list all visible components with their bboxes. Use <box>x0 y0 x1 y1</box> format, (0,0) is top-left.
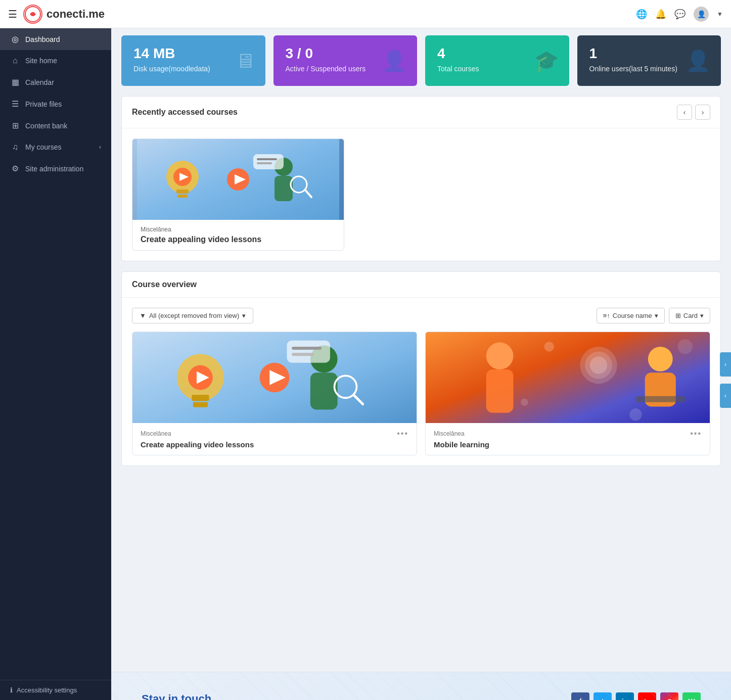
footer-stay-in-touch: Stay in touch <box>142 692 247 700</box>
twitter-button[interactable]: t <box>593 692 612 700</box>
course-thumb-0 <box>132 332 417 423</box>
course-card-0[interactable]: Miscelânea ••• Create appealing video le… <box>132 332 417 455</box>
course-card-1[interactable]: Miscelânea ••• Mobile learning <box>425 332 710 455</box>
filter-button[interactable]: ▼ All (except removed from view) ▾ <box>132 308 253 323</box>
svg-rect-4 <box>176 190 189 194</box>
svg-rect-27 <box>287 341 330 363</box>
disk-icon: 🖥 <box>235 50 255 72</box>
svg-rect-34 <box>486 369 514 413</box>
courses-grid: Miscelânea ••• Create appealing video le… <box>132 332 710 455</box>
messages-icon[interactable]: 💬 <box>674 9 686 20</box>
youtube-button[interactable]: ▶ <box>638 692 656 700</box>
user-menu-arrow[interactable]: ▼ <box>717 11 723 18</box>
sidebar-item-calendar[interactable]: ▦ Calendar <box>0 71 111 93</box>
sort-label: Course name <box>613 312 652 319</box>
courses-icon: ♫ <box>10 143 20 152</box>
course-thumb-1 <box>426 332 710 423</box>
facebook-button[interactable]: f <box>571 692 589 700</box>
stat-card-users[interactable]: 3 / 0 Active / Suspended users 👤 <box>273 35 418 86</box>
course-overview-header: Course overview <box>122 272 720 298</box>
course-card-menu-0[interactable]: ••• <box>397 429 408 438</box>
svg-point-1 <box>31 12 35 16</box>
svg-point-38 <box>648 347 673 371</box>
site-logo: conecti.me <box>23 5 105 24</box>
svg-rect-40 <box>635 396 685 402</box>
svg-rect-5 <box>177 195 188 198</box>
footer-right: f t in ▶ ◎ W 🗃 Data retention summary Pu… <box>571 692 701 700</box>
accessibility-settings[interactable]: ℹ Accessibility settings <box>0 680 111 700</box>
hamburger-menu[interactable]: ☰ <box>8 8 17 20</box>
sort-button[interactable]: ≡↑ Course name ▾ <box>597 308 665 323</box>
sidebar-item-private-files[interactable]: ☰ Private files <box>0 93 111 115</box>
stat-card-disk-usage[interactable]: 14 MB Disk usage(moodledata) 🖥 <box>121 35 265 86</box>
recently-accessed-title: Recently accessed courses <box>132 108 238 117</box>
course-card-category-0: Miscelânea <box>141 430 171 437</box>
recently-course-category: Miscelânea <box>141 226 336 233</box>
svg-rect-20 <box>193 402 208 407</box>
sidebar-label-my-courses: My courses <box>25 143 94 151</box>
content-bank-icon: ⊞ <box>10 121 20 130</box>
svg-point-44 <box>677 339 692 354</box>
sidebar-item-dashboard[interactable]: ◎ Dashboard <box>0 28 111 50</box>
side-collapse-button-2[interactable]: ‹ <box>720 384 731 408</box>
course-overview-body: ▼ All (except removed from view) ▾ ≡↑ Co… <box>122 298 720 465</box>
recently-accessed-header: Recently accessed courses ‹ › <box>122 97 720 128</box>
my-courses-arrow: ‹ <box>99 144 101 151</box>
recently-accessed-panel: Recently accessed courses ‹ › <box>121 96 721 261</box>
dashboard-icon: ◎ <box>10 34 20 44</box>
sort-caret: ▾ <box>655 312 658 319</box>
course-overview-title: Course overview <box>132 280 197 289</box>
view-label: Card <box>683 312 698 319</box>
sidebar-item-site-home[interactable]: ⌂ Site home <box>0 50 111 71</box>
thumb-visual-1 <box>426 332 710 423</box>
course-card-header-1: Miscelânea ••• <box>434 429 702 438</box>
svg-rect-29 <box>292 353 314 356</box>
sidebar-item-my-courses[interactable]: ♫ My courses ‹ <box>0 136 111 158</box>
next-button[interactable]: › <box>695 105 710 120</box>
svg-point-41 <box>544 342 555 352</box>
recently-accessed-body: Miscelânea Create appealing video lesson… <box>122 128 720 261</box>
sidebar-label-private-files: Private files <box>25 100 101 108</box>
sidebar-label-site-administration: Site administration <box>25 165 101 173</box>
user-avatar[interactable]: 👤 <box>694 7 709 22</box>
course-card-header-0: Miscelânea ••• <box>141 429 408 438</box>
course-card-body-0: Miscelânea ••• Create appealing video le… <box>132 423 417 455</box>
svg-rect-24 <box>310 372 338 409</box>
files-icon: ☰ <box>10 99 20 109</box>
course-card-menu-1[interactable]: ••• <box>690 429 702 438</box>
svg-rect-12 <box>253 154 284 169</box>
footer-wrapper: Stay in touch Conecti.me 🌐 https://conec… <box>111 672 731 700</box>
sidebar-item-content-bank[interactable]: ⊞ Content bank <box>0 115 111 136</box>
linkedin-button[interactable]: in <box>616 692 634 700</box>
admin-icon: ⚙ <box>10 164 20 173</box>
filter-icon: ▼ <box>140 312 146 319</box>
stat-card-online[interactable]: 1 Online users(last 5 minutes) 👤 <box>577 35 721 86</box>
sidebar-item-site-administration[interactable]: ⚙ Site administration <box>0 158 111 179</box>
instagram-button[interactable]: ◎ <box>660 692 678 700</box>
sidebar-label-content-bank: Content bank <box>25 122 101 130</box>
stat-card-courses[interactable]: 4 Total courses 🎓 <box>425 35 569 86</box>
whatsapp-button[interactable]: W <box>682 692 701 700</box>
view-icon: ⊞ <box>675 312 681 319</box>
svg-point-42 <box>521 399 528 406</box>
prev-button[interactable]: ‹ <box>677 105 692 120</box>
sort-controls: ≡↑ Course name ▾ ⊞ Card ▾ <box>597 308 710 323</box>
home-icon: ⌂ <box>10 56 20 65</box>
thumb-overlay <box>132 139 344 220</box>
globe-icon[interactable]: 🌐 <box>636 9 647 20</box>
svg-rect-14 <box>257 162 272 164</box>
filter-row: ▼ All (except removed from view) ▾ ≡↑ Co… <box>132 308 710 323</box>
svg-point-43 <box>629 408 642 421</box>
side-collapse-button[interactable]: ‹ <box>720 352 731 377</box>
notification-icon[interactable]: 🔔 <box>655 9 666 20</box>
svg-rect-19 <box>192 395 209 401</box>
sidebar-label-dashboard: Dashboard <box>25 35 101 43</box>
recently-course-title: Create appealing video lessons <box>141 235 336 244</box>
footer-contact: Stay in touch Conecti.me 🌐 https://conec… <box>111 672 731 700</box>
recently-course-thumb <box>132 139 344 220</box>
course-card-title-0: Create appealing video lessons <box>141 440 408 449</box>
recently-course-card[interactable]: Miscelânea Create appealing video lesson… <box>132 138 344 251</box>
view-button[interactable]: ⊞ Card ▾ <box>669 308 710 323</box>
sidebar-label-calendar: Calendar <box>25 78 101 86</box>
courses-stat-icon: 🎓 <box>534 49 559 73</box>
